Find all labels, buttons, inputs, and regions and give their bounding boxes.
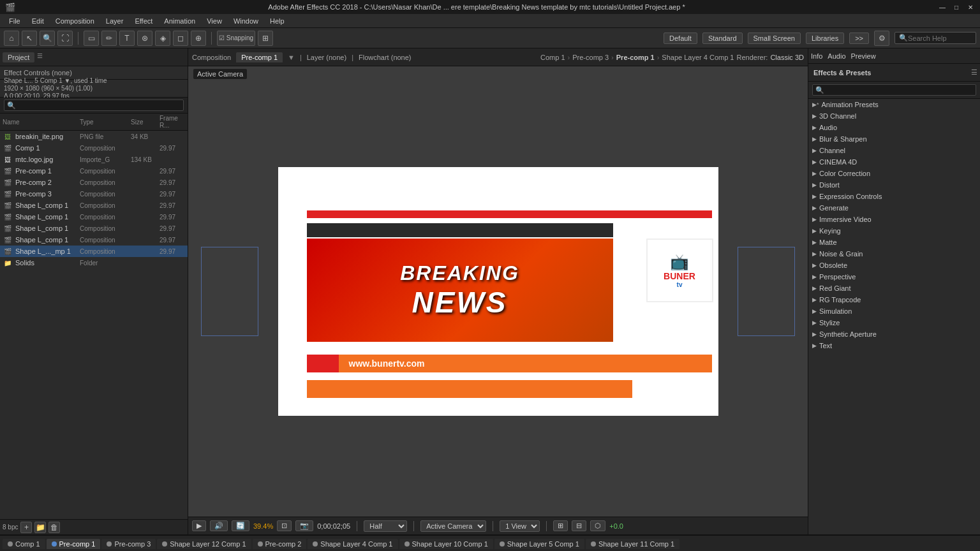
effects-search-input[interactable] [812, 84, 976, 96]
tl-tab-1[interactable]: Pre-comp 1 [47, 539, 101, 549]
effect-cat-0[interactable]: ▶*Animation Presets [808, 99, 980, 110]
menu-item-composition[interactable]: Composition [50, 16, 100, 26]
project-item-11[interactable]: 📁SolidsFolder [0, 257, 188, 268]
tl-tab-7[interactable]: Shape Layer 5 Comp 1 [494, 539, 584, 549]
effect-cat-17[interactable]: ▶RG Trapcode [808, 294, 980, 305]
tl-tab-4[interactable]: Pre-comp 2 [253, 539, 307, 549]
maximize-button[interactable]: □ [952, 3, 961, 11]
project-item-10[interactable]: 🎬Shape L_..._mp 1Composition29.97 [0, 246, 188, 257]
effect-cat-18[interactable]: ▶Simulation [808, 305, 980, 317]
project-item-5[interactable]: 🎬Pre-comp 3Composition29.97 [0, 188, 188, 200]
effect-cat-13[interactable]: ▶Noise & Grain [808, 248, 980, 260]
effect-cat-16[interactable]: ▶Red Giant [808, 283, 980, 294]
effect-cat-20[interactable]: ▶Synthetic Aperture [808, 328, 980, 340]
vt-safe-zones-btn[interactable]: ⊟ [572, 520, 586, 531]
tl-tab-8[interactable]: Shape Layer 11 Comp 1 [586, 539, 679, 549]
effects-menu-btn[interactable]: ☰ [971, 68, 977, 77]
info-tab[interactable]: Info [811, 52, 822, 60]
tl-tab-6[interactable]: Shape Layer 10 Comp 1 [399, 539, 493, 549]
toolbar-brush-btn[interactable]: ⊛ [137, 31, 152, 46]
project-item-1[interactable]: 🎬Comp 1Composition29.97 [0, 142, 188, 154]
tl-tab-0[interactable]: Comp 1 [3, 539, 45, 549]
vt-loop-btn[interactable]: 🔄 [232, 520, 249, 531]
workspace-default[interactable]: Default [664, 33, 697, 44]
effect-cat-21[interactable]: ▶Text [808, 340, 980, 351]
project-item-9[interactable]: 🎬Shape L_comp 1Composition29.97 [0, 234, 188, 246]
project-item-0[interactable]: 🖼breakin_ite.pngPNG file34 KB [0, 131, 188, 142]
workspace-small-screen[interactable]: Small Screen [748, 33, 801, 44]
comp-tab-precomp1[interactable]: Pre-comp 1 [236, 52, 283, 62]
delete-btn[interactable]: 🗑 [48, 522, 60, 533]
effect-cat-2[interactable]: ▶Audio [808, 122, 980, 133]
menu-item-layer[interactable]: Layer [101, 16, 129, 26]
vt-camera-btn[interactable]: 📷 [295, 520, 313, 531]
vt-fit-btn[interactable]: ⊡ [277, 520, 292, 531]
bc-precomp1[interactable]: Pre-comp 1 [616, 54, 655, 61]
vt-audio-btn[interactable]: 🔊 [210, 520, 228, 531]
effect-cat-12[interactable]: ▶Matte [808, 237, 980, 248]
toolbar-clone-btn[interactable]: ◈ [155, 31, 170, 46]
bc-comp1[interactable]: Comp 1 [540, 54, 565, 61]
toolbar-shape-rect[interactable]: ▭ [84, 31, 99, 46]
workspace-standard[interactable]: Standard [702, 33, 743, 44]
toolbar-eraser-btn[interactable]: ◻ [173, 31, 188, 46]
search-box[interactable]: 🔍 [895, 32, 976, 44]
tl-tab-5[interactable]: Shape Layer 4 Comp 1 [308, 539, 397, 549]
toolbar-home-btn[interactable]: ⌂ [4, 31, 19, 46]
vt-masks-btn[interactable]: ⬡ [590, 520, 605, 531]
workspace-libraries[interactable]: Libraries [806, 33, 844, 44]
project-item-3[interactable]: 🎬Pre-comp 1Composition29.97 [0, 165, 188, 177]
close-button[interactable]: ✕ [966, 3, 975, 11]
vt-camera-select[interactable]: Active Camera [420, 520, 486, 532]
project-item-8[interactable]: 🎬Shape L_comp 1Composition29.97 [0, 223, 188, 234]
effect-cat-6[interactable]: ▶Color Correction [808, 168, 980, 179]
project-item-7[interactable]: 🎬Shape L_comp 1Composition29.97 [0, 211, 188, 223]
effect-cat-9[interactable]: ▶Generate [808, 202, 980, 214]
effect-cat-19[interactable]: ▶Stylize [808, 317, 980, 328]
bc-precomp3[interactable]: Pre-comp 3 [572, 54, 609, 61]
toolbar-select-btn[interactable]: ↖ [22, 31, 37, 46]
toolbar-settings-btn[interactable]: ⚙ [874, 31, 889, 46]
effect-cat-8[interactable]: ▶Expression Controls [808, 191, 980, 202]
tl-tab-3[interactable]: Shape Layer 12 Comp 1 [157, 539, 251, 549]
vt-play-btn[interactable]: ▶ [192, 520, 206, 531]
effect-cat-3[interactable]: ▶Blur & Sharpen [808, 133, 980, 145]
toolbar-zoom-btn[interactable]: 🔍 [40, 31, 55, 46]
effect-cat-1[interactable]: ▶3D Channel [808, 110, 980, 122]
effect-cat-10[interactable]: ▶Immersive Video [808, 214, 980, 225]
menu-item-file[interactable]: File [4, 16, 26, 26]
search-input[interactable] [908, 34, 972, 42]
audio-tab[interactable]: Audio [828, 52, 845, 60]
toolbar-extra-btn[interactable]: ⊞ [258, 31, 273, 46]
project-item-2[interactable]: 🖼mtc.logo.jpgImporte_G134 KB [0, 154, 188, 165]
tl-tab-2[interactable]: Pre-comp 3 [101, 539, 156, 549]
project-search-input[interactable] [4, 99, 184, 111]
preview-tab[interactable]: Preview [851, 52, 876, 60]
vt-view-select[interactable]: 1 View [500, 520, 540, 532]
toolbar-snapping-btn[interactable]: ☑ Snapping [217, 31, 255, 46]
effect-cat-5[interactable]: ▶CINEMA 4D [808, 156, 980, 168]
menu-item-window[interactable]: Window [228, 16, 264, 26]
folder-btn[interactable]: 📁 [34, 522, 46, 533]
toolbar-puppet-btn[interactable]: ⊕ [191, 31, 206, 46]
effect-cat-11[interactable]: ▶Keying [808, 225, 980, 237]
toolbar-text-btn[interactable]: T [119, 31, 135, 46]
workspace-more[interactable]: >> [849, 33, 869, 44]
effect-cat-15[interactable]: ▶Perspective [808, 271, 980, 283]
project-item-4[interactable]: 🎬Pre-comp 2Composition29.97 [0, 177, 188, 188]
project-item-6[interactable]: 🎬Shape L_comp 1Composition29.97 [0, 200, 188, 211]
vt-quality-select[interactable]: HalfFullQuarter [364, 520, 407, 532]
effect-cat-4[interactable]: ▶Channel [808, 145, 980, 156]
menu-item-edit[interactable]: Edit [27, 16, 49, 26]
bc-shapelayer4[interactable]: Shape Layer 4 Comp 1 [662, 54, 734, 61]
menu-item-animation[interactable]: Animation [159, 16, 200, 26]
toolbar-camera-btn[interactable]: ⛶ [57, 31, 73, 46]
project-tab[interactable]: Project [3, 52, 34, 62]
minimize-button[interactable]: — [938, 3, 947, 11]
menu-item-effect[interactable]: Effect [130, 16, 158, 26]
effect-cat-7[interactable]: ▶Distort [808, 179, 980, 191]
toolbar-pen-btn[interactable]: ✏ [101, 31, 117, 46]
new-item-btn[interactable]: + [20, 522, 32, 533]
menu-item-view[interactable]: View [202, 16, 227, 26]
menu-item-help[interactable]: Help [265, 16, 290, 26]
